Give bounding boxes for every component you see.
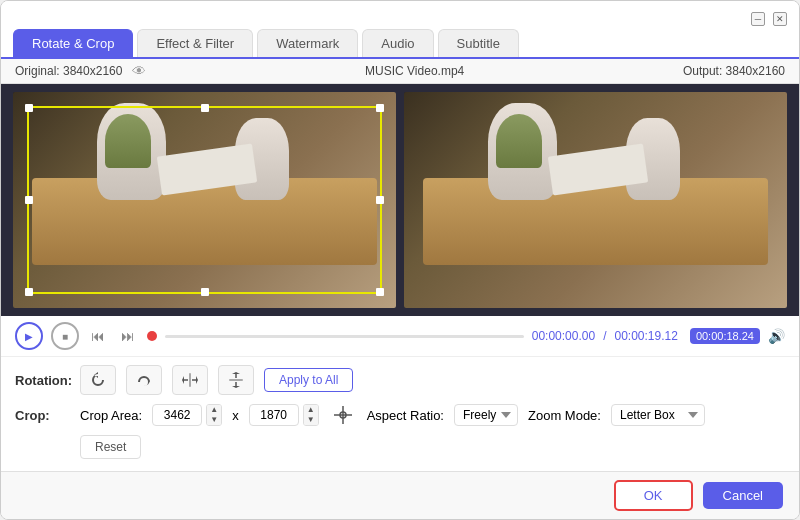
original-resolution: Original: 3840x2160 — [15, 64, 122, 78]
flip-v-icon — [227, 371, 245, 389]
info-bar: Original: 3840x2160 👁 MUSIC Video.mp4 Ou… — [1, 59, 799, 84]
tab-audio[interactable]: Audio — [362, 29, 433, 57]
left-video-content — [13, 92, 396, 308]
crop-height-up[interactable]: ▲ — [304, 405, 318, 415]
time-separator: / — [603, 329, 606, 343]
volume-icon[interactable]: 🔊 — [768, 328, 785, 344]
play-button[interactable]: ▶ — [15, 322, 43, 350]
rotate-right-icon — [135, 371, 153, 389]
crosshair-icon — [332, 404, 354, 426]
tab-subtitle[interactable]: Subtitle — [438, 29, 519, 57]
aspect-ratio-label: Aspect Ratio: — [367, 408, 444, 423]
stop-button[interactable]: ■ — [51, 322, 79, 350]
reset-row: Reset — [15, 435, 785, 459]
timeline-track[interactable] — [165, 335, 524, 338]
zoom-mode-select[interactable]: Letter Box Pan & Scan Full — [611, 404, 705, 426]
tab-rotate-crop[interactable]: Rotate & Crop — [13, 29, 133, 57]
close-button[interactable]: ✕ — [773, 12, 787, 26]
minimize-button[interactable]: ─ — [751, 12, 765, 26]
rotate-right-button[interactable] — [126, 365, 162, 395]
preview-area — [1, 84, 799, 316]
crop-area-label: Crop Area: — [80, 408, 142, 423]
next-frame-button[interactable]: ⏭ — [117, 325, 139, 347]
controls-area: Rotation: — [1, 357, 799, 471]
right-video-panel — [404, 92, 787, 308]
svg-rect-0 — [189, 373, 191, 387]
footer: OK Cancel — [1, 471, 799, 519]
aspect-ratio-select[interactable]: Freely 16:9 4:3 1:1 — [454, 404, 518, 426]
crop-handle-tr[interactable] — [376, 104, 384, 112]
crop-height-group: ▲ ▼ — [249, 404, 319, 426]
flip-vertical-button[interactable] — [218, 365, 254, 395]
crop-overlay[interactable] — [27, 106, 382, 294]
left-video-panel — [13, 92, 396, 308]
rotation-row: Rotation: — [15, 365, 785, 395]
prev-frame-button[interactable]: ⏮ — [87, 325, 109, 347]
crop-handle-tm[interactable] — [201, 104, 209, 112]
reset-button[interactable]: Reset — [80, 435, 141, 459]
tab-bar: Rotate & Crop Effect & Filter Watermark … — [1, 29, 799, 59]
crop-height-down[interactable]: ▼ — [304, 415, 318, 425]
filename-label: MUSIC Video.mp4 — [365, 64, 464, 78]
right-video-content — [404, 92, 787, 308]
apply-to-all-button[interactable]: Apply to All — [264, 368, 353, 392]
eye-icon[interactable]: 👁 — [132, 63, 146, 79]
crop-handle-tl[interactable] — [25, 104, 33, 112]
crop-handle-bl[interactable] — [25, 288, 33, 296]
flip-horizontal-button[interactable] — [172, 365, 208, 395]
main-window: ─ ✕ Rotate & Crop Effect & Filter Waterm… — [0, 0, 800, 520]
crop-height-input[interactable] — [249, 404, 299, 426]
crop-row: Crop: Crop Area: ▲ ▼ x ▲ ▼ — [15, 401, 785, 429]
crop-width-spinner[interactable]: ▲ ▼ — [206, 404, 222, 426]
scene-plant-r — [496, 114, 542, 168]
rotate-left-icon — [89, 371, 107, 389]
tab-effect-filter[interactable]: Effect & Filter — [137, 29, 253, 57]
crop-width-down[interactable]: ▼ — [207, 415, 221, 425]
ok-button[interactable]: OK — [614, 480, 693, 511]
time-badge: 00:00:18.24 — [690, 328, 760, 344]
time-current: 00:00:00.00 — [532, 329, 595, 343]
output-resolution: Output: 3840x2160 — [683, 64, 785, 78]
crop-handle-rm[interactable] — [376, 196, 384, 204]
crop-handle-br[interactable] — [376, 288, 384, 296]
playback-bar: ▶ ■ ⏮ ⏭ 00:00:00.00 / 00:00:19.12 00:00:… — [1, 316, 799, 357]
title-bar: ─ ✕ — [1, 1, 799, 29]
crop-handle-bm[interactable] — [201, 288, 209, 296]
crop-width-group: ▲ ▼ — [152, 404, 222, 426]
crop-height-spinner[interactable]: ▲ ▼ — [303, 404, 319, 426]
scene-table-r — [423, 178, 768, 264]
time-total: 00:00:19.12 — [614, 329, 677, 343]
record-indicator — [147, 331, 157, 341]
cancel-button[interactable]: Cancel — [703, 482, 783, 509]
tab-watermark[interactable]: Watermark — [257, 29, 358, 57]
svg-rect-3 — [229, 379, 243, 381]
rotation-label: Rotation: — [15, 373, 70, 388]
zoom-mode-label: Zoom Mode: — [528, 408, 601, 423]
crop-center-button[interactable] — [329, 401, 357, 429]
crop-width-up[interactable]: ▲ — [207, 405, 221, 415]
rotate-left-button[interactable] — [80, 365, 116, 395]
crop-handle-lm[interactable] — [25, 196, 33, 204]
crop-x-separator: x — [232, 408, 239, 423]
flip-h-icon — [181, 371, 199, 389]
crop-label: Crop: — [15, 408, 70, 423]
crop-width-input[interactable] — [152, 404, 202, 426]
